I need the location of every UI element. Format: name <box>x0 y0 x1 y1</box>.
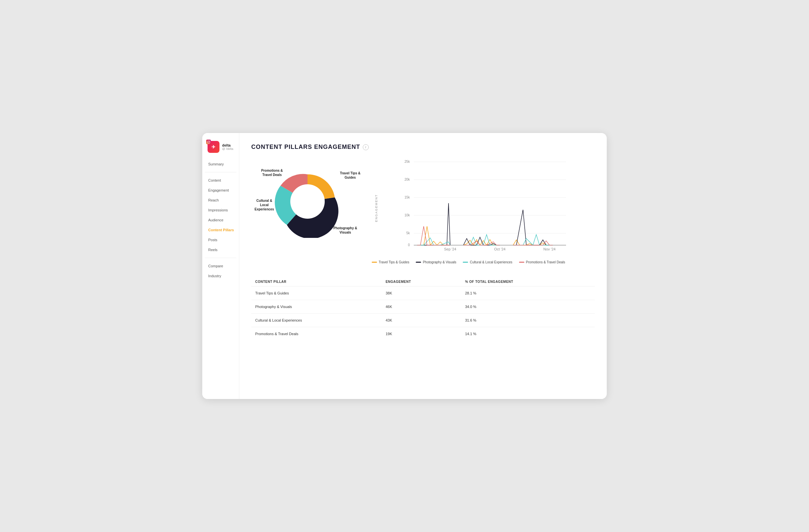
chart-section: Promotions &Travel Deals Travel Tips &Gu… <box>251 158 595 264</box>
engagement-value: 19K <box>382 327 461 341</box>
table-row: Travel Tips & Guides 38K 28.1 % <box>251 286 595 300</box>
nav-divider <box>205 172 236 172</box>
pillar-name: Promotions & Travel Deals <box>251 327 382 341</box>
svg-text:Nov '24: Nov '24 <box>544 247 556 251</box>
data-table: CONTENT PILLAR ENGAGEMENT % OF TOTAL ENG… <box>251 277 595 340</box>
sidebar-item-audience[interactable]: Audience <box>205 215 236 225</box>
sidebar-item-content-pillars[interactable]: Content Pillars <box>205 225 236 234</box>
pillar-name: Cultural & Local Experiences <box>251 314 382 327</box>
donut-label-photography: Photography &Visuals <box>333 226 357 234</box>
table-row: Cultural & Local Experiences 43K 31.6 % <box>251 314 595 327</box>
svg-text:Sep '24: Sep '24 <box>444 247 457 251</box>
percent-value: 34.0 % <box>461 300 595 314</box>
legend-dot-travel <box>372 262 377 263</box>
avatar: ✈ <box>208 141 220 153</box>
sidebar-item-summary[interactable]: Summary <box>205 159 236 169</box>
donut-label-cultural: Cultural &LocalExperiences <box>255 198 274 211</box>
percent-value: 28.1 % <box>461 286 595 300</box>
svg-text:25k: 25k <box>404 160 410 163</box>
sidebar-item-content[interactable]: Content <box>205 176 236 185</box>
sidebar-item-engagement[interactable]: Engagement <box>205 185 236 195</box>
instagram-badge <box>206 140 211 144</box>
svg-text:15k: 15k <box>404 196 410 199</box>
nav-divider-2 <box>205 258 236 258</box>
svg-text:20k: 20k <box>404 178 410 181</box>
user-info: delta @ /delta <box>222 143 234 150</box>
sidebar: ✈ delta @ /delta Summary Content Engagem… <box>202 133 239 399</box>
sidebar-nav: Summary Content Engagement Reach Impress… <box>202 159 239 281</box>
legend-promotions: Promotions & Travel Deals <box>519 260 565 264</box>
legend-cultural: Cultural & Local Experiences <box>463 260 512 264</box>
col-header-engagement: ENGAGEMENT <box>382 277 461 286</box>
svg-text:10k: 10k <box>404 213 410 217</box>
user-handle: @ /delta <box>222 147 234 150</box>
sidebar-item-industry[interactable]: Industry <box>205 271 236 281</box>
donut-label-travel-tips: Travel Tips &Guides <box>340 171 360 180</box>
legend-dot-promo <box>519 262 524 263</box>
donut-label-promotions: Promotions &Travel Deals <box>261 169 283 177</box>
main-content: CONTENT PILLARS ENGAGEMENT i Promotions … <box>239 133 607 399</box>
legend-travel-tips: Travel Tips & Guides <box>372 260 409 264</box>
svg-text:0: 0 <box>408 243 410 247</box>
donut-chart: Promotions &Travel Deals Travel Tips &Gu… <box>251 158 364 238</box>
svg-text:5k: 5k <box>406 231 410 235</box>
sidebar-item-impressions[interactable]: Impressions <box>205 206 236 215</box>
line-chart-svg: 25k 20k 15k 10k 5k 0 Sep '24 Oct '24 <box>372 158 595 251</box>
table-row: Promotions & Travel Deals 19K 14.1 % <box>251 327 595 341</box>
chart-legend: Travel Tips & Guides Photography & Visua… <box>372 260 595 264</box>
line-chart-wrapper: ENGAGEMENT 25k 20k 15k 10k 5k <box>372 158 595 258</box>
legend-photography: Photography & Visuals <box>416 260 456 264</box>
pillar-name: Travel Tips & Guides <box>251 286 382 300</box>
engagement-value: 46K <box>382 300 461 314</box>
engagement-value: 43K <box>382 314 461 327</box>
col-header-pillar: CONTENT PILLAR <box>251 277 382 286</box>
pillar-name: Photography & Visuals <box>251 300 382 314</box>
legend-dot-cultural <box>463 262 468 263</box>
sidebar-item-reels[interactable]: Reels <box>205 245 236 254</box>
sidebar-item-compare[interactable]: Compare <box>205 261 236 271</box>
line-chart-container: ENGAGEMENT 25k 20k 15k 10k 5k <box>372 158 595 264</box>
info-icon[interactable]: i <box>363 144 369 150</box>
percent-value: 31.6 % <box>461 314 595 327</box>
table-row: Photography & Visuals 46K 34.0 % <box>251 300 595 314</box>
sidebar-header: ✈ delta @ /delta <box>202 138 239 159</box>
sidebar-item-reach[interactable]: Reach <box>205 196 236 205</box>
donut-hole <box>290 184 325 219</box>
svg-text:Oct '24: Oct '24 <box>494 247 506 251</box>
col-header-percent: % OF TOTAL ENGAGEMENT <box>461 277 595 286</box>
page-title: CONTENT PILLARS ENGAGEMENT i <box>251 144 595 150</box>
legend-dot-photo <box>416 262 421 263</box>
sidebar-item-posts[interactable]: Posts <box>205 235 236 245</box>
y-axis-label: ENGAGEMENT <box>375 194 378 222</box>
username: delta <box>222 143 234 147</box>
percent-value: 14.1 % <box>461 327 595 341</box>
app-container: ✈ delta @ /delta Summary Content Engagem… <box>202 133 607 399</box>
engagement-value: 38K <box>382 286 461 300</box>
